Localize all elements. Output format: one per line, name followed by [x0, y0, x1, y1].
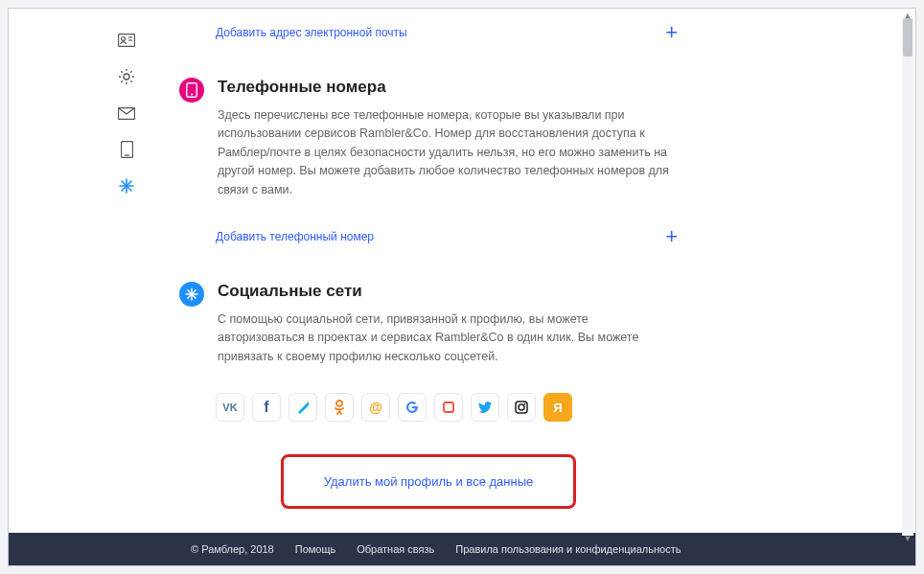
svg-point-13: [191, 94, 193, 96]
social-mailru-button[interactable]: @: [361, 393, 390, 422]
sidebar-item-profile[interactable]: [116, 30, 137, 51]
social-section-body: Социальные сети С помощью социальной сет…: [218, 282, 678, 374]
main-content: Добавить адрес электронной почты + Телеф…: [160, 9, 915, 533]
delete-section: Удалить мой профиль и все данные: [179, 441, 678, 532]
phones-title: Телефонные номера: [218, 78, 678, 97]
phone-icon: [121, 141, 133, 158]
phones-desc: Здесь перечислены все телефонные номера,…: [218, 106, 678, 199]
social-instagram-button[interactable]: [507, 393, 536, 422]
svg-rect-20: [516, 402, 527, 413]
snowflake-icon: [118, 177, 135, 195]
scroll-thumb[interactable]: [903, 18, 912, 57]
social-desc: С помощью социальной сети, привязанной к…: [218, 310, 678, 366]
social-vk-button[interactable]: VK: [216, 393, 244, 422]
add-phone-row[interactable]: Добавить телефонный номер +: [179, 213, 678, 264]
id-card-icon: [118, 34, 135, 47]
svg-point-21: [519, 404, 524, 410]
social-sberbank-button[interactable]: [434, 393, 463, 422]
viewport: Добавить адрес электронной почты + Телеф…: [8, 8, 916, 566]
odnoklassniki-icon: [335, 400, 344, 415]
sidebar-item-social[interactable]: [116, 175, 137, 196]
sidebar-item-settings[interactable]: [116, 66, 137, 87]
layout: Добавить адрес электронной почты + Телеф…: [9, 9, 915, 533]
social-title: Социальные сети: [218, 282, 678, 301]
social-facebook-button[interactable]: f: [252, 393, 281, 422]
add-email-link: Добавить адрес электронной почты: [216, 26, 407, 39]
svg-rect-19: [444, 402, 453, 412]
vk-icon: VK: [222, 402, 237, 413]
delete-profile-label: Удалить мой профиль и все данные: [324, 474, 533, 489]
social-google-button[interactable]: [398, 393, 427, 422]
svg-point-4: [124, 74, 129, 80]
sidebar: [9, 9, 160, 533]
instagram-icon: [515, 401, 528, 414]
footer: © Рамблер, 2018 Помощь Обратная связь Пр…: [9, 533, 915, 565]
mail-icon: [118, 107, 135, 120]
svg-point-18: [336, 401, 342, 406]
social-yandex-button[interactable]: Я: [543, 393, 572, 422]
social-twitter-button[interactable]: [471, 393, 499, 422]
phones-section-body: Телефонные номера Здесь перечислены все …: [218, 78, 678, 207]
social-section: Социальные сети С помощью социальной сет…: [179, 264, 678, 379]
add-email-row[interactable]: Добавить адрес электронной почты +: [179, 9, 678, 60]
add-phone-link: Добавить телефонный номер: [216, 230, 374, 243]
gear-icon: [118, 68, 135, 85]
sidebar-item-phone[interactable]: [116, 139, 137, 160]
google-icon: [405, 401, 419, 414]
social-section-icon: [179, 282, 204, 307]
footer-terms-link[interactable]: Правила пользования и конфиденциальность: [455, 543, 681, 555]
scroll-down-arrow[interactable]: ▼: [903, 534, 912, 543]
plus-icon: +: [665, 224, 678, 249]
yandex-icon: Я: [553, 401, 562, 415]
svg-point-1: [122, 37, 126, 41]
livejournal-icon: [296, 401, 310, 414]
sidebar-item-mail[interactable]: [116, 103, 137, 124]
square-icon: [443, 402, 454, 413]
phones-section: Телефонные номера Здесь перечислены все …: [179, 60, 678, 213]
content-column: Добавить адрес электронной почты + Телеф…: [179, 9, 678, 532]
social-networks-row: VK f @ Я: [179, 379, 678, 441]
social-livejournal-button[interactable]: [289, 393, 317, 422]
scrollbar[interactable]: ▲ ▼: [902, 18, 913, 536]
footer-feedback-link[interactable]: Обратная связь: [357, 543, 434, 555]
social-odnoklassniki-button[interactable]: [325, 393, 354, 422]
facebook-icon: f: [264, 399, 268, 416]
twitter-icon: [478, 402, 492, 413]
mailru-icon: @: [369, 400, 382, 415]
footer-help-link[interactable]: Помощь: [295, 543, 336, 555]
svg-point-22: [524, 403, 526, 405]
plus-icon: +: [665, 20, 678, 45]
footer-copyright: © Рамблер, 2018: [191, 543, 274, 555]
phones-section-icon: [179, 78, 204, 103]
delete-profile-button[interactable]: Удалить мой профиль и все данные: [281, 454, 576, 509]
